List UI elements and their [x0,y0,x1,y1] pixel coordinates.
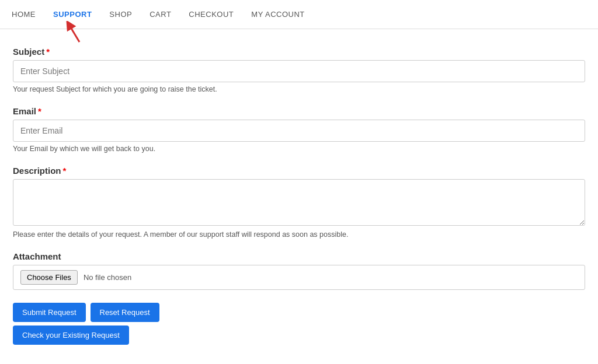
support-form-container: Subject* Your request Subject for which … [1,29,597,362]
nav-shop[interactable]: SHOP [109,10,132,19]
description-group: Description* Please enter the details of… [13,166,585,239]
description-hint: Please enter the details of your request… [13,230,585,239]
description-required: * [63,166,67,176]
main-nav: HOME SUPPORT SHOP CART CHECKOUT MY ACCOU… [0,0,598,29]
attachment-group: Attachment Choose Files No file chosen [13,251,585,290]
nav-home[interactable]: HOME [12,10,36,19]
nav-checkout[interactable]: CHECKOUT [189,10,234,19]
description-textarea[interactable] [13,179,585,226]
email-required: * [38,106,41,116]
check-existing-request-button[interactable]: Check your Existing Request [13,326,129,345]
svg-line-1 [69,24,79,42]
reset-request-button[interactable]: Reset Request [91,303,159,322]
choose-files-button[interactable]: Choose Files [20,270,78,285]
button-row-2: Check your Existing Request [13,326,585,345]
email-hint: Your Email by which we will get back to … [13,145,585,153]
email-label: Email* [13,106,585,116]
nav-support[interactable]: SUPPORT [53,10,92,19]
no-file-text: No file chosen [84,273,131,282]
email-group: Email* Your Email by which we will get b… [13,106,585,153]
description-label: Description* [13,166,585,176]
attachment-label: Attachment [13,251,585,261]
submit-request-button[interactable]: Submit Request [13,303,86,322]
button-row-1: Submit Request Reset Request [13,303,585,322]
subject-required: * [46,47,50,57]
subject-label: Subject* [13,47,585,57]
nav-cart[interactable]: CART [150,10,171,19]
subject-hint: Your request Subject for which you are g… [13,85,585,93]
nav-myaccount[interactable]: MY ACCOUNT [251,10,304,19]
email-input[interactable] [13,120,585,142]
subject-group: Subject* Your request Subject for which … [13,47,585,93]
subject-input[interactable] [13,60,585,82]
attachment-box: Choose Files No file chosen [13,265,585,290]
support-arrow-icon [63,21,86,43]
